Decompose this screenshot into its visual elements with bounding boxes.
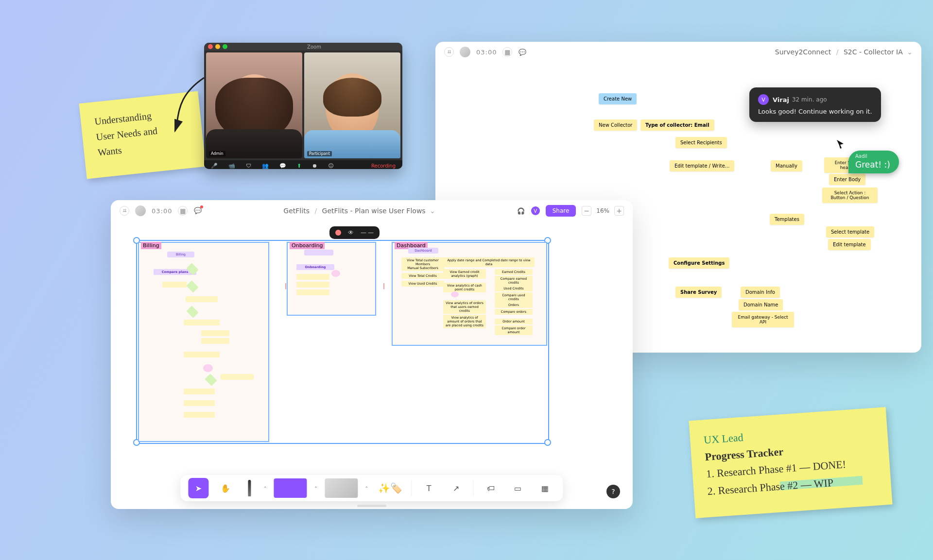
color-swatch-icon[interactable]: [335, 230, 341, 236]
node-gateway[interactable]: Email gateway - Select API: [732, 312, 794, 327]
select-tool[interactable]: ➤: [188, 478, 208, 498]
traffic-light-close[interactable]: [208, 44, 213, 49]
table-tool[interactable]: ▦: [535, 478, 555, 498]
comment-time: 32 min. ago: [792, 96, 827, 103]
flow-head: Billing: [167, 252, 194, 257]
node-domain-name[interactable]: Domain Name: [739, 299, 783, 310]
node-select-template[interactable]: Select template: [826, 226, 874, 238]
node-templates[interactable]: Templates: [770, 214, 804, 225]
node-recipients[interactable]: Select Recipients: [675, 137, 727, 148]
comments-icon[interactable]: 💬: [518, 48, 527, 56]
user-avatar[interactable]: [460, 47, 470, 57]
shape-tool[interactable]: [325, 478, 358, 498]
node-share[interactable]: Share Survey: [675, 287, 722, 298]
window-titlebar: Zoom: [204, 43, 402, 51]
user-avatar[interactable]: [135, 205, 146, 216]
zoom-level[interactable]: 16%: [596, 207, 609, 214]
chevron-up-icon[interactable]: ⌃: [263, 486, 267, 491]
help-button[interactable]: ?: [606, 485, 620, 498]
node-configure[interactable]: Configure Settings: [669, 257, 729, 269]
figma-menu-icon[interactable]: ⌗: [444, 47, 454, 57]
security-icon[interactable]: 🛡: [246, 163, 251, 169]
sticky-note-tracker: UX Lead Progress Tracker 1. Research Pha…: [689, 407, 892, 518]
visibility-icon[interactable]: 👁: [348, 229, 354, 236]
traffic-light-max[interactable]: [223, 44, 227, 49]
flow-box: View Earned credit analytics (graph): [443, 269, 486, 279]
voice-icon[interactable]: 🎧: [517, 206, 525, 215]
video-call-window: Zoom Admin Participant 🎤 📹 🛡 👥 💬 ⬆: [204, 43, 402, 169]
hand-tool[interactable]: ✋: [215, 478, 236, 498]
node-edit-template[interactable]: Edit template / Write...: [670, 160, 734, 171]
frame-dashboard[interactable]: Dashboard Dashboard Apply date range and…: [392, 242, 547, 346]
crumb-file[interactable]: S2C - Collector IA: [844, 48, 903, 56]
chat-icon[interactable]: 💬: [279, 163, 286, 169]
node-create-new[interactable]: Create New: [599, 93, 637, 104]
section-tool[interactable]: ▭: [508, 478, 528, 498]
frame-view-icon[interactable]: ▦: [178, 206, 188, 216]
cursor-text: Great! :): [855, 160, 890, 170]
flow-box: [184, 320, 220, 325]
zoom-out-button[interactable]: −: [582, 206, 591, 216]
cursor-user: Aadil: [855, 153, 890, 159]
flow-box: View analytics of cash point credits: [443, 283, 486, 292]
video-label: Participant: [307, 151, 332, 156]
marker-icon: |: [383, 283, 385, 289]
mic-icon[interactable]: 🎤: [211, 163, 218, 169]
sticky-tool[interactable]: [274, 478, 307, 498]
participants-icon[interactable]: 👥: [262, 163, 269, 169]
flow-box: Used Credits: [495, 286, 533, 291]
share-screen-icon[interactable]: ⬆: [297, 163, 301, 169]
breadcrumb[interactable]: Survey2Connect / S2C - Collector IA ⌄: [775, 48, 913, 56]
chevron-up-icon[interactable]: ⌃: [314, 486, 318, 491]
reactions-icon[interactable]: ☺: [328, 163, 333, 169]
camera-icon[interactable]: 📹: [228, 163, 235, 169]
share-button[interactable]: Share: [546, 205, 576, 217]
frame-view-icon[interactable]: ▦: [502, 47, 512, 57]
options-icon[interactable]: ——: [361, 229, 374, 236]
selection-toolbar[interactable]: 👁 ——: [329, 226, 380, 239]
node-body[interactable]: Enter Body: [829, 174, 865, 185]
node-collector-type[interactable]: Type of collector: Email: [640, 119, 714, 131]
frame-label: Onboarding: [290, 242, 325, 249]
chevron-up-icon[interactable]: ⌃: [364, 486, 368, 491]
node-domain-info[interactable]: Domain Info: [741, 287, 780, 298]
resize-handle[interactable]: [357, 505, 386, 507]
comments-icon-badge[interactable]: 💬: [193, 206, 202, 215]
figjam-toolbar: ➤ ✋ ⌃ ⌃ ⌃ ✨🏷️ T ↗ 🏷 ▭ ▦: [180, 475, 563, 501]
video-feed: Participant: [304, 52, 400, 158]
flow-box: [201, 338, 229, 344]
flow-head: [304, 250, 333, 255]
text-tool[interactable]: T: [419, 478, 439, 498]
frame-billing[interactable]: Billing Billing Compare plans: [138, 242, 269, 442]
flow-decision: [186, 280, 198, 292]
window-title: Zoom: [230, 44, 398, 50]
remote-cursor-icon: [836, 139, 846, 149]
flow-box: [184, 400, 215, 406]
traffic-light-min[interactable]: [215, 44, 220, 49]
record-icon[interactable]: ⏺: [312, 163, 317, 169]
node-new-collector[interactable]: New Collector: [594, 119, 637, 131]
connector-tool[interactable]: ↗: [446, 478, 466, 498]
marker-tool[interactable]: [242, 478, 256, 498]
selection-handle[interactable]: [544, 439, 551, 446]
node-manually[interactable]: Manually: [771, 160, 802, 171]
node-edit-template2[interactable]: Edit template: [828, 239, 871, 250]
breadcrumb[interactable]: GetFlits / GetFlits - Plan wise User Flo…: [283, 207, 435, 215]
comment-thread[interactable]: V Viraj 32 min. ago Looks good! Continue…: [749, 87, 881, 122]
flow-decision: [205, 373, 217, 386]
node-action[interactable]: Select Action : Button / Question: [822, 187, 878, 203]
flow-box: [184, 412, 215, 418]
flow-box: Orders: [495, 302, 533, 308]
stamp-tool[interactable]: ✨🏷️: [376, 478, 405, 498]
flow-pink: [203, 364, 213, 372]
figma-menu-icon[interactable]: ⌗: [120, 206, 129, 216]
marker-icon: |: [285, 283, 287, 289]
crumb-root[interactable]: GetFlits: [283, 207, 310, 215]
presence-avatar[interactable]: V: [531, 206, 540, 215]
frame-onboarding[interactable]: Onboarding Onboarding: [287, 242, 376, 316]
flow-box: Compare orders: [495, 309, 533, 315]
stamp-icon[interactable]: 🏷: [481, 478, 501, 498]
zoom-in-button[interactable]: +: [614, 206, 624, 216]
crumb-root[interactable]: Survey2Connect: [775, 48, 831, 56]
crumb-file[interactable]: GetFlits - Plan wise User Flows: [322, 207, 426, 215]
